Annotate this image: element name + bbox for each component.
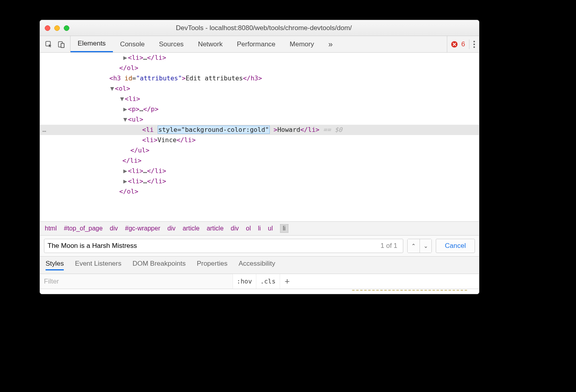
device-toggle-icon[interactable]	[57, 40, 65, 48]
dom-line[interactable]: ▶<li>…</li>	[40, 176, 479, 186]
attribute-edit-box[interactable]: style="background-color:gold"	[158, 126, 270, 134]
error-count: 6	[462, 40, 465, 48]
inspect-icon[interactable]	[45, 40, 53, 48]
styles-toolbar: Filter :hov .cls +	[40, 274, 479, 289]
crumb[interactable]: article	[207, 225, 224, 232]
crumb[interactable]: div	[168, 225, 175, 232]
dom-line[interactable]: ▼<ol>	[40, 84, 479, 94]
panel-tabs: Elements Console Sources Network Perform…	[71, 36, 340, 52]
tab-network[interactable]: Network	[191, 36, 230, 52]
tabs-overflow-icon[interactable]: »	[321, 36, 340, 52]
tab-console[interactable]: Console	[113, 36, 152, 52]
cancel-button[interactable]: Cancel	[436, 239, 475, 253]
crumb[interactable]: #top_of_page	[64, 225, 103, 232]
h3-text: Edit attributes	[186, 74, 243, 82]
crumb[interactable]: div	[231, 225, 238, 232]
search-prev-button[interactable]: ⌃	[408, 239, 420, 253]
dom-line[interactable]: ▶<p>…</p>	[40, 104, 479, 114]
dom-line[interactable]: </ol>	[40, 63, 479, 73]
tab-performance[interactable]: Performance	[230, 36, 282, 52]
dom-tree[interactable]: ▶<li>…</li> </ol> <h3 id="attributes">Ed…	[40, 53, 479, 221]
search-input[interactable]	[48, 242, 381, 250]
crumb[interactable]: div	[110, 225, 118, 232]
tab-dom-breakpoints[interactable]: DOM Breakpoints	[132, 260, 185, 270]
main-toolbar: Elements Console Sources Network Perform…	[40, 36, 479, 53]
dom-line[interactable]: <h3 id="attributes">Edit attributes</h3>	[40, 73, 479, 84]
kebab-menu-icon[interactable]	[473, 41, 475, 48]
search-bar: 1 of 1 ⌃ ⌄ Cancel	[40, 236, 479, 257]
search-next-button[interactable]: ⌄	[420, 239, 431, 253]
hov-toggle[interactable]: :hov	[233, 274, 257, 289]
crumb[interactable]: #gc-wrapper	[125, 225, 160, 232]
cls-toggle[interactable]: .cls	[256, 274, 280, 289]
box-model-peek	[352, 290, 467, 294]
console-ref: == $0	[323, 126, 342, 133]
tab-properties[interactable]: Properties	[197, 260, 227, 270]
toolbar-leading-icons	[40, 36, 71, 52]
dom-line[interactable]: ▼<li>	[40, 94, 479, 104]
attr-value: attributes	[140, 74, 178, 82]
tab-event-listeners[interactable]: Event Listeners	[75, 260, 121, 270]
svg-rect-2	[61, 43, 64, 48]
search-nav: ⌃ ⌄	[407, 239, 432, 253]
dom-line[interactable]: ▼<ul>	[40, 114, 479, 125]
devtools-window: DevTools - localhost:8080/web/tools/chro…	[40, 20, 479, 294]
crumb[interactable]: ol	[246, 225, 251, 232]
tab-memory[interactable]: Memory	[282, 36, 321, 52]
crumb-selected[interactable]: li	[280, 224, 288, 233]
window-title: DevTools - localhost:8080/web/tools/chro…	[77, 24, 474, 32]
crumb[interactable]: article	[183, 225, 200, 232]
crumb[interactable]: ul	[268, 225, 273, 232]
tab-elements[interactable]: Elements	[71, 36, 113, 52]
dom-line[interactable]: </ul>	[40, 145, 479, 156]
dom-line[interactable]: ▶<li>…</li>	[40, 166, 479, 176]
styles-filter-input[interactable]: Filter	[40, 274, 233, 289]
search-count: 1 of 1	[381, 242, 400, 250]
tab-sources[interactable]: Sources	[152, 36, 191, 52]
tab-styles[interactable]: Styles	[46, 260, 64, 270]
error-icon[interactable]	[451, 41, 458, 48]
dom-line[interactable]: </li>	[40, 156, 479, 166]
traffic-lights	[45, 25, 69, 31]
close-icon[interactable]	[45, 25, 50, 31]
titlebar: DevTools - localhost:8080/web/tools/chro…	[40, 20, 479, 36]
zoom-icon[interactable]	[64, 25, 69, 31]
dom-line[interactable]: ▶<li>…</li>	[40, 53, 479, 63]
styles-tabs: Styles Event Listeners DOM Breakpoints P…	[40, 257, 479, 274]
dom-line[interactable]: <li>Vince</li>	[40, 135, 479, 145]
styles-content-peek	[40, 289, 479, 294]
crumb[interactable]: html	[45, 225, 57, 232]
li-text-howard: Howard	[277, 126, 300, 133]
minimize-icon[interactable]	[54, 25, 60, 31]
breadcrumb: html #top_of_page div #gc-wrapper div ar…	[40, 221, 479, 236]
search-box: 1 of 1	[44, 239, 403, 253]
tab-accessibility[interactable]: Accessibility	[238, 260, 275, 270]
add-style-button[interactable]: +	[280, 276, 295, 287]
dom-line[interactable]: </ol>	[40, 186, 479, 197]
crumb[interactable]: li	[258, 225, 261, 232]
ellipsis-icon[interactable]: …	[42, 125, 46, 135]
dom-selected-line[interactable]: …<li style="background-color:gold" >Howa…	[40, 125, 479, 135]
toolbar-right: 6	[447, 36, 479, 52]
